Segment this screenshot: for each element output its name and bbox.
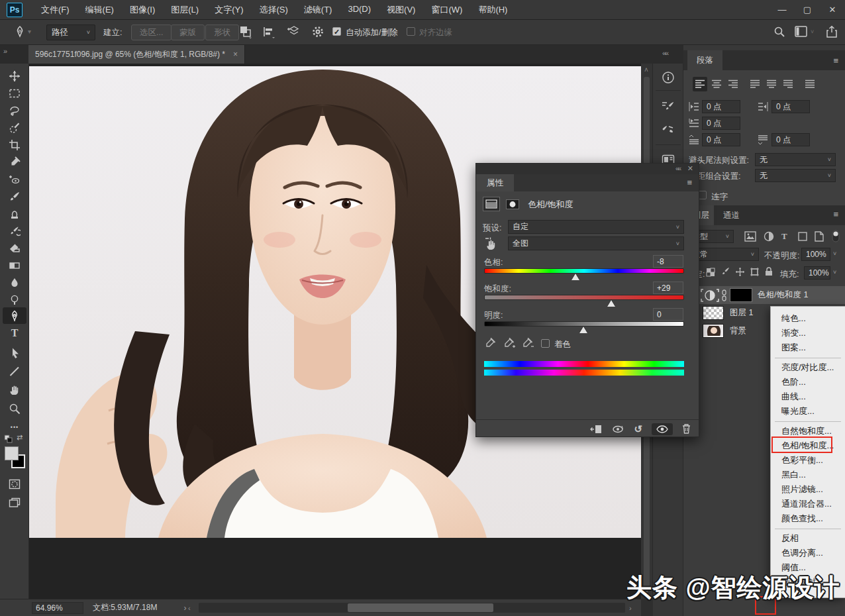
filter-pixel-layers-icon[interactable] bbox=[744, 231, 756, 242]
menu-item-channel-mixer[interactable]: 通道混合器... bbox=[771, 497, 845, 511]
delete-adjustment-icon[interactable] bbox=[682, 424, 691, 434]
horizontal-scrollbar-thumb[interactable] bbox=[348, 603, 493, 612]
eyedropper-tool[interactable] bbox=[3, 154, 26, 170]
filter-smart-objects-icon[interactable] bbox=[815, 231, 824, 242]
layer-thumbnail[interactable] bbox=[703, 324, 724, 338]
clip-to-layer-icon[interactable] bbox=[590, 424, 602, 435]
tab-properties[interactable]: 属性 bbox=[476, 174, 514, 191]
menu-item-vibrance[interactable]: 自然饱和度... bbox=[771, 424, 845, 438]
auto-add-delete-checkbox[interactable]: ✓ bbox=[332, 27, 341, 36]
panel-collapse-icon[interactable]: «« bbox=[675, 165, 680, 172]
menu-item-gradient[interactable]: 渐变... bbox=[771, 326, 845, 340]
lock-pixels-icon[interactable] bbox=[721, 267, 730, 277]
align-center-button[interactable] bbox=[709, 77, 724, 91]
menu-item-posterize[interactable]: 色调分离... bbox=[771, 546, 845, 560]
gear-icon[interactable] bbox=[311, 25, 324, 38]
path-operations-icon[interactable] bbox=[238, 25, 253, 39]
path-alignment-icon[interactable] bbox=[262, 25, 275, 38]
share-icon[interactable] bbox=[825, 25, 838, 38]
tool-mode-select[interactable]: 路径 ˅ bbox=[46, 25, 95, 40]
search-icon[interactable] bbox=[773, 26, 785, 38]
layer-mask-thumbnail[interactable] bbox=[730, 288, 752, 302]
type-tool[interactable]: T bbox=[3, 325, 26, 341]
make-selection-button[interactable]: 选区... bbox=[131, 25, 172, 40]
edit-toolbar-icon[interactable]: ••• bbox=[3, 419, 26, 435]
menu-item-color-balance[interactable]: 色彩平衡... bbox=[771, 453, 845, 468]
filter-shape-layers-icon[interactable] bbox=[797, 231, 808, 242]
brush-tool[interactable] bbox=[3, 188, 26, 205]
preset-select[interactable]: 自定 ˅ bbox=[508, 220, 684, 234]
menu-item-hue-saturation[interactable]: 色相/饱和度... bbox=[771, 438, 845, 453]
tab-channels[interactable]: 通道 bbox=[714, 205, 749, 225]
justify-last-left-button[interactable] bbox=[748, 77, 762, 91]
vscroll-up-icon[interactable]: ˄ bbox=[644, 66, 648, 74]
path-selection-tool[interactable] bbox=[3, 344, 26, 361]
channel-range-select[interactable]: 全图 ˅ bbox=[508, 236, 684, 250]
adjustment-badge-icon[interactable] bbox=[483, 197, 500, 211]
lock-all-icon[interactable] bbox=[764, 266, 773, 276]
indent-left-field[interactable]: 0 点 bbox=[702, 100, 740, 113]
screen-mode-icon[interactable] bbox=[3, 494, 26, 511]
document-tab[interactable]: 596c17751f096.jpg @ 65% (色相/饱和度 1, RGB/8… bbox=[28, 45, 245, 64]
menu-item-color-lookup[interactable]: 颜色查找... bbox=[771, 511, 845, 526]
workspace-icon[interactable] bbox=[795, 26, 808, 38]
clone-stamp-tool[interactable] bbox=[3, 205, 26, 222]
move-tool[interactable] bbox=[3, 68, 26, 84]
menu-layer[interactable]: 图层(L) bbox=[164, 1, 205, 19]
eyedropper-subtract-icon[interactable] bbox=[521, 337, 534, 349]
menu-item-brightness-contrast[interactable]: 亮度/对比度... bbox=[771, 360, 845, 375]
crop-tool[interactable] bbox=[3, 136, 26, 153]
blur-tool[interactable] bbox=[3, 274, 26, 291]
tool-preset-chevron-icon[interactable]: ▾ bbox=[28, 28, 31, 35]
menu-item-black-white[interactable]: 黑白... bbox=[771, 468, 845, 482]
fill-chevron-icon[interactable]: ˅ bbox=[833, 269, 836, 276]
shape-tool[interactable] bbox=[3, 363, 26, 380]
close-button[interactable]: ✕ bbox=[820, 1, 845, 19]
indent-right-field[interactable]: 0 点 bbox=[771, 100, 810, 113]
quick-selection-tool[interactable] bbox=[3, 119, 26, 136]
opacity-chevron-icon[interactable]: ˅ bbox=[833, 250, 836, 257]
menu-edit[interactable]: 编辑(E) bbox=[79, 1, 121, 19]
quick-mask-icon[interactable] bbox=[3, 476, 26, 492]
menu-window[interactable]: 窗口(W) bbox=[424, 1, 469, 19]
make-shape-button[interactable]: 形状 bbox=[205, 25, 239, 40]
brush-settings-panel-icon[interactable] bbox=[658, 121, 679, 140]
align-left-button[interactable] bbox=[693, 77, 707, 91]
mojikumi-select[interactable]: 无 ˅ bbox=[755, 169, 836, 182]
lightness-slider[interactable] bbox=[484, 321, 684, 327]
menu-item-curves[interactable]: 曲线... bbox=[771, 389, 845, 404]
menu-image[interactable]: 图像(I) bbox=[123, 1, 162, 19]
toolbar-expand-icon[interactable]: » bbox=[3, 47, 6, 55]
lightness-slider-thumb[interactable] bbox=[579, 327, 587, 333]
menu-filter[interactable]: 滤镜(T) bbox=[297, 1, 339, 19]
hue-slider[interactable] bbox=[484, 268, 684, 274]
layer-visibility-icon[interactable] bbox=[652, 423, 673, 435]
hue-slider-thumb[interactable] bbox=[572, 274, 579, 280]
status-flyout-icon[interactable]: › bbox=[183, 603, 186, 613]
healing-brush-tool[interactable] bbox=[3, 171, 26, 187]
saturation-value-field[interactable]: +29 bbox=[653, 282, 683, 294]
view-previous-state-icon[interactable] bbox=[611, 424, 624, 435]
dock-collapse-icon[interactable]: «« bbox=[662, 49, 668, 57]
space-after-field[interactable]: 0 点 bbox=[771, 133, 810, 146]
eraser-tool[interactable] bbox=[3, 240, 26, 256]
menu-item-exposure[interactable]: 曝光度... bbox=[771, 404, 845, 419]
reset-adjustment-icon[interactable]: ↺ bbox=[634, 423, 642, 435]
lock-artboard-icon[interactable] bbox=[750, 267, 760, 277]
hand-tool[interactable] bbox=[3, 382, 26, 398]
hscroll-right-icon[interactable]: › bbox=[629, 604, 632, 612]
paragraph-panel-menu-icon[interactable]: ≡ bbox=[833, 56, 838, 66]
path-arrangement-icon[interactable] bbox=[286, 24, 302, 40]
lightness-value-field[interactable]: 0 bbox=[653, 308, 683, 321]
space-before-field[interactable]: 0 点 bbox=[702, 133, 740, 146]
menu-view[interactable]: 视图(V) bbox=[380, 1, 422, 19]
indent-first-line-field[interactable]: 0 点 bbox=[702, 117, 740, 130]
lock-position-icon[interactable] bbox=[735, 267, 745, 277]
tab-paragraph[interactable]: 段落 bbox=[687, 50, 722, 70]
menu-select[interactable]: 选择(S) bbox=[252, 1, 294, 19]
menu-type[interactable]: 文字(Y) bbox=[208, 1, 250, 19]
mask-link-icon[interactable] bbox=[721, 289, 727, 301]
saturation-slider[interactable] bbox=[484, 295, 684, 300]
lock-transparent-icon[interactable] bbox=[706, 268, 715, 277]
filter-adjustment-layers-icon[interactable] bbox=[764, 231, 774, 242]
